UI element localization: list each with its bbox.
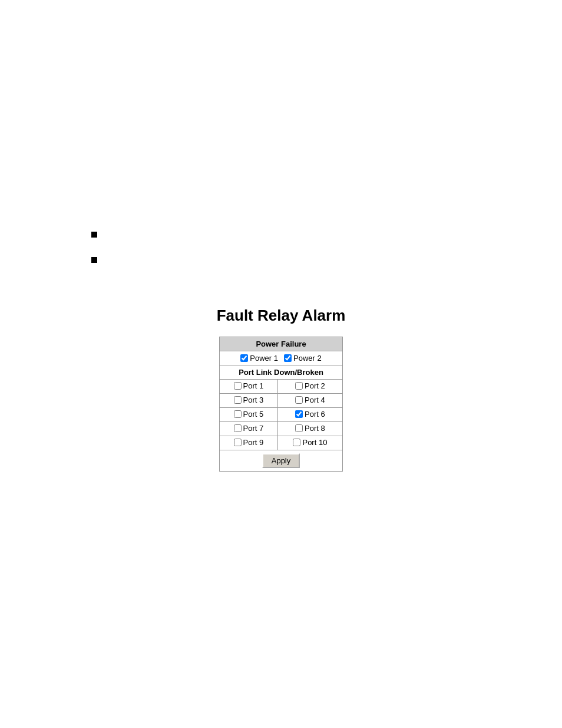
table-row: Port 1 Port 2	[220, 380, 343, 394]
port5-label: Port 5	[243, 410, 264, 419]
port9-checkbox-group: Port 9	[234, 438, 264, 447]
power-failure-header-row: Power Failure	[220, 337, 343, 351]
port4-label: Port 4	[305, 396, 325, 404]
port2-cell: Port 2	[277, 380, 342, 394]
table-row: Port 5 Port 6	[220, 408, 343, 422]
port2-checkbox[interactable]	[295, 382, 303, 390]
port6-checkbox[interactable]	[295, 410, 303, 418]
port2-label: Port 2	[305, 381, 325, 390]
port3-checkbox[interactable]	[234, 396, 242, 404]
power-checkboxes-cell: Power 1 Power 2	[220, 351, 343, 365]
port3-cell: Port 3	[220, 394, 278, 408]
page-container: Fault Relay Alarm Power Failure Power 1	[0, 0, 562, 728]
port8-checkbox-group: Port 8	[295, 424, 325, 433]
apply-row: Apply	[220, 450, 343, 472]
page-title: Fault Relay Alarm	[217, 307, 346, 325]
port5-cell: Port 5	[220, 408, 278, 422]
bullet-section	[91, 230, 97, 281]
port8-label: Port 8	[305, 424, 325, 433]
main-content: Fault Relay Alarm Power Failure Power 1	[0, 307, 562, 472]
port1-checkbox-group: Port 1	[234, 381, 264, 390]
table-row: Port 9 Port 10	[220, 436, 343, 450]
port6-checkbox-group: Port 6	[295, 410, 325, 419]
port4-checkbox[interactable]	[295, 396, 303, 404]
port5-checkbox[interactable]	[234, 410, 242, 418]
power1-checkbox-group: Power 1	[240, 354, 278, 363]
power2-checkbox[interactable]	[284, 354, 292, 362]
bullet-item-2	[91, 255, 97, 263]
power-checkboxes-row: Power 1 Power 2	[220, 351, 343, 365]
port3-checkbox-group: Port 3	[234, 396, 264, 404]
port7-label: Port 7	[243, 424, 264, 433]
port10-cell: Port 10	[277, 436, 342, 450]
port2-checkbox-group: Port 2	[295, 381, 325, 390]
port1-label: Port 1	[243, 381, 264, 390]
apply-button[interactable]: Apply	[262, 453, 300, 468]
port10-label: Port 10	[302, 438, 327, 447]
port8-cell: Port 8	[277, 422, 342, 436]
table-row: Port 3 Port 4	[220, 394, 343, 408]
port7-checkbox-group: Port 7	[234, 424, 264, 433]
port6-label: Port 6	[305, 410, 325, 419]
power2-checkbox-group: Power 2	[284, 354, 322, 363]
alarm-table: Power Failure Power 1 Power 2	[219, 337, 343, 472]
power1-checkbox[interactable]	[240, 354, 248, 362]
port4-cell: Port 4	[277, 394, 342, 408]
port9-cell: Port 9	[220, 436, 278, 450]
port9-checkbox[interactable]	[234, 439, 242, 446]
port3-label: Port 3	[243, 396, 264, 404]
bullet-icon-2	[91, 257, 97, 263]
port1-checkbox[interactable]	[234, 382, 242, 390]
port7-checkbox[interactable]	[234, 424, 242, 432]
port7-cell: Port 7	[220, 422, 278, 436]
power2-label: Power 2	[293, 354, 322, 363]
port1-cell: Port 1	[220, 380, 278, 394]
power-failure-header: Power Failure	[220, 337, 343, 351]
port-link-header-row: Port Link Down/Broken	[220, 365, 343, 380]
port10-checkbox-group: Port 10	[293, 438, 327, 447]
bullet-item-1	[91, 230, 97, 238]
bullet-icon-1	[91, 232, 97, 238]
port9-label: Port 9	[243, 438, 264, 447]
power1-label: Power 1	[250, 354, 278, 363]
power-checkboxes-container: Power 1 Power 2	[224, 354, 338, 363]
port6-cell: Port 6	[277, 408, 342, 422]
port4-checkbox-group: Port 4	[295, 396, 325, 404]
port8-checkbox[interactable]	[295, 424, 303, 432]
port10-checkbox[interactable]	[293, 439, 300, 446]
port-link-header: Port Link Down/Broken	[220, 365, 343, 380]
table-row: Port 7 Port 8	[220, 422, 343, 436]
port5-checkbox-group: Port 5	[234, 410, 264, 419]
apply-cell: Apply	[220, 450, 343, 472]
